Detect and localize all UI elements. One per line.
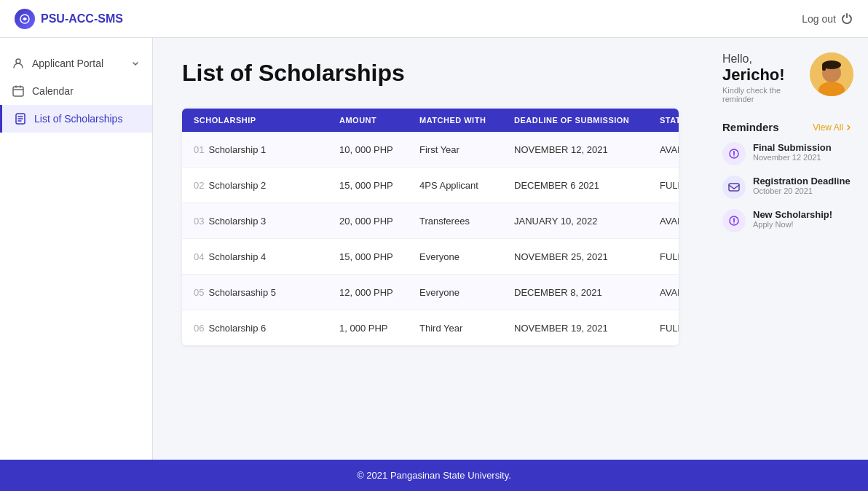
scholarship-amount: 15, 000 PHP [339, 251, 419, 262]
table-row: 02Scholarship 2 15, 000 PHP 4PS Applican… [182, 168, 679, 203]
col-deadline: Deadline of Submission [514, 116, 660, 125]
logout-button[interactable]: Log out [802, 12, 853, 25]
scholarship-matched: Everyone [419, 287, 514, 298]
scholarship-name: 03Scholarship 3 [194, 216, 339, 227]
scholarship-status: FULL [660, 180, 679, 191]
svg-point-13 [733, 222, 735, 224]
chevron-right-icon [845, 123, 853, 132]
reminders-header: Reminders View All [722, 121, 853, 133]
sidebar-item-label: Applicant Portal [32, 58, 123, 69]
table-row: 04Scholarship 4 15, 000 PHP Everyone NOV… [182, 239, 679, 275]
reminder-title: Registration Deadline [753, 176, 851, 186]
main-layout: Applicant Portal Calendar List of Schola… [0, 38, 868, 460]
reminder-text: Registration Deadline October 20 2021 [753, 176, 851, 195]
scholarship-matched: First Year [419, 144, 514, 155]
scholarship-name: 02Scholarship 2 [194, 180, 339, 191]
reminder-date: October 20 2021 [753, 186, 851, 195]
scholarship-amount: 10, 000 PHP [339, 144, 419, 155]
sidebar-item-label: Calendar [32, 85, 141, 97]
scholarship-amount: 12, 000 PHP [339, 287, 419, 298]
footer: © 2021 Pangasinan State University. [0, 460, 868, 491]
reminder-title: Final Submission [753, 142, 832, 153]
reminder-date: Apply Now! [753, 220, 832, 229]
scholarship-matched: Transferees [419, 216, 514, 227]
svg-rect-11 [729, 184, 739, 191]
svg-point-10 [733, 155, 735, 157]
table-header: Scholarship Amount Matched With Deadline… [182, 109, 679, 132]
sidebar-item-calendar[interactable]: Calendar [0, 77, 152, 105]
reminder-icon [722, 209, 746, 232]
col-scholarship: Scholarship [194, 116, 339, 125]
greeting-hello: Hello, [722, 52, 801, 66]
view-all-button[interactable]: View All [813, 122, 853, 133]
scholarship-status: FULL [660, 323, 679, 334]
reminder-text: Final Submission November 12 2021 [753, 142, 832, 162]
scholarship-name: 04Scholarship 4 [194, 251, 339, 262]
reminders-list: Final Submission November 12 2021 Regist… [722, 142, 853, 232]
avatar [810, 52, 853, 96]
footer-text: © 2021 Pangasinan State University. [357, 470, 511, 481]
reminder-item-final-submission: Final Submission November 12 2021 [722, 142, 853, 165]
scholarship-deadline: NOVEMBER 25, 2021 [514, 251, 660, 262]
scholarship-deadline: DECEMBER 6 2021 [514, 180, 660, 191]
user-greeting: Hello, Jericho! Kindly check the reminde… [722, 52, 853, 103]
logout-label: Log out [802, 13, 836, 25]
sidebar-item-label: List of Scholarships [34, 113, 141, 125]
scholarship-matched: 4PS Applicant [419, 180, 514, 191]
scholarship-name: 01Scholarship 1 [194, 144, 339, 155]
scholarship-name: 05Scholarsaship 5 [194, 287, 339, 298]
scholarship-deadline: JANUARY 10, 2022 [514, 216, 660, 227]
scholarship-deadline: DECEMBER 8, 2021 [514, 287, 660, 298]
scholarship-deadline: NOVEMBER 12, 2021 [514, 144, 660, 155]
content-area: List of Scholarships Scholarship Amount … [153, 38, 708, 460]
calendar-icon [12, 85, 25, 98]
view-all-label: View All [813, 122, 843, 133]
scholarship-matched: Everyone [419, 251, 514, 262]
sidebar: Applicant Portal Calendar List of Schola… [0, 38, 153, 460]
greeting-name: Jericho! [722, 66, 801, 85]
svg-rect-2 [13, 87, 23, 96]
scholarship-amount: 1, 000 PHP [339, 323, 419, 334]
col-status: Status [660, 116, 679, 125]
scholarship-amount: 15, 000 PHP [339, 180, 419, 191]
app-name: PSU-ACC-SMS [41, 12, 123, 25]
scholarships-table: Scholarship Amount Matched With Deadline… [182, 109, 679, 345]
table-row: 01Scholarship 1 10, 000 PHP First Year N… [182, 132, 679, 168]
table-row: 05Scholarsaship 5 12, 000 PHP Everyone D… [182, 275, 679, 310]
scholarship-status: AVAILABLE [660, 144, 679, 155]
reminders-section: Reminders View All Final Submission Nove… [722, 121, 853, 232]
reminder-title: New Scholarship! [753, 209, 832, 220]
scholarship-status: AVAILABLE [660, 287, 679, 298]
power-icon [840, 12, 853, 25]
app-logo: PSU-ACC-SMS [15, 9, 123, 29]
reminder-date: November 12 2021 [753, 153, 832, 162]
document-icon [14, 112, 27, 125]
avatar-svg [810, 52, 853, 96]
topbar: PSU-ACC-SMS Log out [0, 0, 868, 38]
scholarship-status: FULL [660, 251, 679, 262]
right-panel: Hello, Jericho! Kindly check the reminde… [708, 38, 868, 460]
scholarship-status: AVAILABLE [660, 216, 679, 227]
col-matched: Matched With [419, 116, 514, 125]
logo-icon [15, 9, 35, 29]
sidebar-item-applicant-portal[interactable]: Applicant Portal [0, 50, 152, 77]
person-icon [12, 57, 25, 70]
greeting-sub: Kindly check the reminder [722, 86, 801, 103]
chevron-down-icon [130, 58, 141, 68]
svg-rect-8 [822, 65, 826, 71]
table-body: 01Scholarship 1 10, 000 PHP First Year N… [182, 132, 679, 345]
scholarship-name: 06Scholarship 6 [194, 323, 339, 334]
scholarship-matched: Third Year [419, 323, 514, 334]
table-row: 06Scholarship 6 1, 000 PHP Third Year NO… [182, 310, 679, 345]
scholarship-deadline: NOVEMBER 19, 2021 [514, 323, 660, 334]
sidebar-item-list-of-scholarships[interactable]: List of Scholarships [0, 105, 152, 133]
reminder-item-registration-deadline: Registration Deadline October 20 2021 [722, 176, 853, 199]
table-row: 03Scholarship 3 20, 000 PHP Transferees … [182, 203, 679, 239]
greeting-text: Hello, Jericho! Kindly check the reminde… [722, 52, 801, 103]
reminder-text: New Scholarship! Apply Now! [753, 209, 832, 229]
reminder-icon [722, 142, 746, 165]
reminder-icon [722, 176, 746, 199]
reminders-title: Reminders [722, 121, 779, 133]
page-title: List of Scholarships [182, 60, 679, 87]
scholarship-amount: 20, 000 PHP [339, 216, 419, 227]
